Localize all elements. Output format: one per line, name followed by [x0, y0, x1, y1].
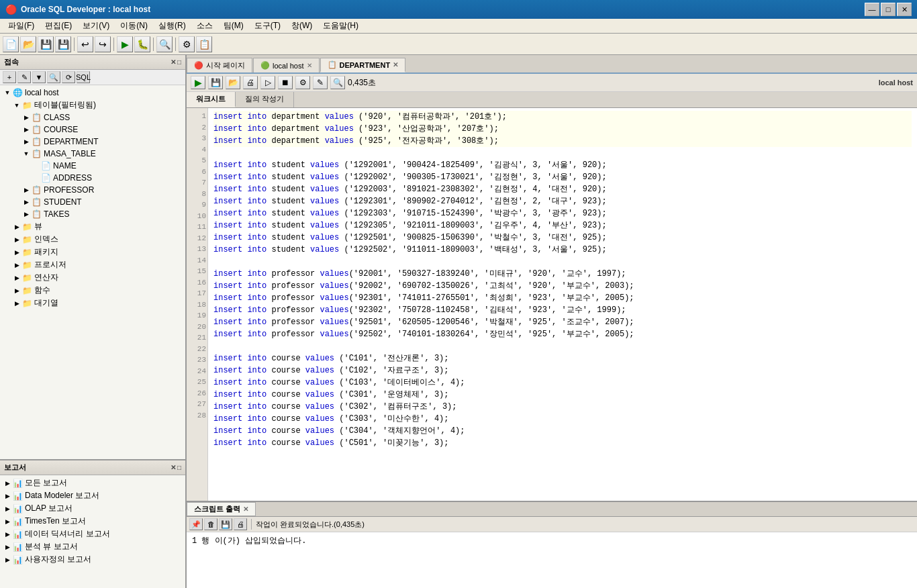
menu-item-v[interactable]: 보기(V): [77, 19, 115, 33]
toggle-localhost[interactable]: ▼: [3, 88, 12, 97]
tree-item-function[interactable]: ▶ 📁 함수: [0, 284, 185, 297]
toggle-tables[interactable]: ▼: [12, 101, 21, 110]
tab-start-page[interactable]: 🔴 시작 페이지: [187, 58, 252, 72]
toggle-view[interactable]: ▶: [12, 222, 21, 232]
save-button[interactable]: 💾: [38, 36, 54, 52]
report-item-dict[interactable]: ▶ 📊 데이터 딕셔너리 보고서: [0, 528, 185, 540]
redo-button[interactable]: ↪: [95, 36, 111, 52]
menu-item-h[interactable]: 도움말(H): [318, 19, 364, 33]
menu-item-n[interactable]: 이동(N): [115, 19, 153, 33]
nav-sql-btn[interactable]: SQL: [77, 71, 90, 83]
tree-item-name[interactable]: 📄 NAME: [0, 160, 185, 172]
close-tab-department[interactable]: ✕: [393, 61, 398, 68]
tree-item-address[interactable]: 📄 ADDRESS: [0, 172, 185, 184]
report-item-datamodeler[interactable]: ▶ 📊 Data Modeler 보고서: [0, 489, 185, 502]
tree-item-course[interactable]: ▶ 📋 COURSE: [0, 124, 185, 136]
nav-search-btn[interactable]: 🔍: [47, 71, 60, 83]
sub-tab-querybuilder[interactable]: 질의 작성기: [236, 92, 294, 107]
sql-btn8[interactable]: ✎: [313, 76, 328, 89]
tree-item-tables[interactable]: ▼ 📁 테이블(필터링됨): [0, 99, 185, 111]
tree-item-operator[interactable]: ▶ 📁 연산자: [0, 271, 185, 284]
output-print-btn[interactable]: 🖨: [234, 518, 247, 530]
toggle-masa[interactable]: ▼: [21, 149, 31, 158]
nav-filter-btn[interactable]: ▼: [32, 71, 46, 83]
tree-item-student[interactable]: ▶ 📋 STUDENT: [0, 196, 185, 208]
output-tab-script[interactable]: 스크립트 출력 ✕: [187, 502, 256, 516]
run-sql-btn[interactable]: ▶: [191, 76, 205, 89]
sql-btn5[interactable]: ▷: [260, 76, 275, 89]
sql-btn9[interactable]: 🔍: [330, 76, 345, 89]
nav-min-btn[interactable]: □: [177, 58, 181, 66]
new-button[interactable]: 📄: [3, 36, 19, 52]
menu-item-w[interactable]: 창(W): [286, 19, 318, 33]
menu-item-m[interactable]: 팀(M): [218, 19, 249, 33]
output-pin-btn[interactable]: 📌: [189, 518, 203, 530]
output-clear-btn[interactable]: 🗑: [204, 518, 218, 530]
report-item-custom[interactable]: ▶ 📊 사용자정의 보고서: [0, 553, 185, 566]
report-close-btn[interactable]: ✕: [171, 464, 176, 471]
tree-item-class[interactable]: ▶ 📋 CLASS: [0, 111, 185, 124]
menu-item-[interactable]: 소스: [191, 19, 218, 33]
print-sql-btn[interactable]: 🖨: [243, 76, 258, 89]
undo-button[interactable]: ↩: [77, 36, 93, 52]
nav-edit-btn[interactable]: ✎: [17, 71, 31, 83]
toggle-index[interactable]: ▶: [12, 235, 21, 244]
nav-close-btn[interactable]: ✕: [171, 58, 176, 66]
tree-item-view[interactable]: ▶ 📁 뷰: [0, 220, 185, 233]
toggle-student[interactable]: ▶: [21, 197, 31, 207]
toggle-operator[interactable]: ▶: [12, 273, 21, 283]
toggle-course[interactable]: ▶: [21, 125, 31, 134]
search-button[interactable]: 🔍: [156, 36, 173, 52]
tree-item-package[interactable]: ▶ 📁 패키지: [0, 246, 185, 258]
sql-btn6[interactable]: ⏹: [278, 76, 293, 89]
toggle-procedure[interactable]: ▶: [12, 260, 21, 270]
open-button[interactable]: 📂: [20, 36, 36, 52]
close-tab-localhost[interactable]: ✕: [307, 62, 312, 69]
run-button[interactable]: ▶: [117, 36, 133, 52]
tree-item-index[interactable]: ▶ 📁 인덱스: [0, 233, 185, 246]
save-all-button[interactable]: 💾: [55, 36, 71, 52]
report-min-btn[interactable]: □: [177, 464, 181, 471]
menu-item-r[interactable]: 실행(R): [153, 19, 191, 33]
close-output-tab[interactable]: ✕: [243, 505, 248, 513]
toggle-function[interactable]: ▶: [12, 286, 21, 295]
tab-localhost[interactable]: 🟢 local host ✕: [253, 58, 319, 72]
report-item-olap[interactable]: ▶ 📊 OLAP 보고서: [0, 502, 185, 515]
open-sql-btn[interactable]: 📂: [226, 76, 240, 89]
tree-item-procedure[interactable]: ▶ 📁 프로시저: [0, 258, 185, 271]
sub-tab-worksheet[interactable]: 워크시트: [187, 92, 236, 107]
menu-item-f[interactable]: 파일(F): [3, 19, 40, 33]
tree-item-localhost[interactable]: ▼ 🌐 local host: [0, 87, 185, 99]
toggle-department[interactable]: ▶: [21, 137, 31, 146]
toggle-professor[interactable]: ▶: [21, 185, 31, 195]
label-operator: 연산자: [34, 272, 58, 283]
nav-add-btn[interactable]: +: [3, 71, 16, 83]
menu-item-e[interactable]: 편집(E): [40, 19, 77, 33]
migrate-button[interactable]: ⚙: [179, 36, 195, 52]
maximize-button[interactable]: □: [881, 3, 896, 16]
tree-item-masa[interactable]: ▼ 📋 MASA_TABLE: [0, 148, 185, 160]
save-sql-btn[interactable]: 💾: [208, 76, 223, 89]
toggle-class[interactable]: ▶: [21, 113, 31, 122]
menu-item-t[interactable]: 도구(T): [249, 19, 286, 33]
nav-refresh-btn[interactable]: ⟳: [62, 71, 75, 83]
close-button[interactable]: ✕: [897, 3, 912, 16]
sql-btn7[interactable]: ⚙: [295, 76, 310, 89]
version-button[interactable]: 📋: [196, 36, 212, 52]
toggle-takes[interactable]: ▶: [21, 209, 31, 219]
report-item-all[interactable]: ▶ 📊 모든 보고서: [0, 477, 185, 489]
toggle-package[interactable]: ▶: [12, 248, 21, 257]
nav-title: 접속: [4, 57, 19, 67]
tree-item-takes[interactable]: ▶ 📋 TAKES: [0, 208, 185, 220]
sql-editor[interactable]: insert into department values ('920', '컴…: [208, 108, 917, 501]
toggle-queue[interactable]: ▶: [12, 299, 21, 308]
debug-button[interactable]: 🐛: [134, 36, 150, 52]
report-item-timesten[interactable]: ▶ 📊 TimesTen 보고서: [0, 515, 185, 528]
tree-item-queue[interactable]: ▶ 📁 대기열: [0, 297, 185, 309]
output-save-btn[interactable]: 💾: [219, 518, 232, 530]
tree-item-professor[interactable]: ▶ 📋 PROFESSOR: [0, 184, 185, 196]
minimize-button[interactable]: —: [865, 3, 879, 16]
tab-department[interactable]: 📋 DEPARTMENT ✕: [320, 58, 406, 72]
tree-item-department[interactable]: ▶ 📋 DEPARTMENT: [0, 136, 185, 148]
report-item-analysis[interactable]: ▶ 📊 분석 뷰 보고서: [0, 540, 185, 553]
